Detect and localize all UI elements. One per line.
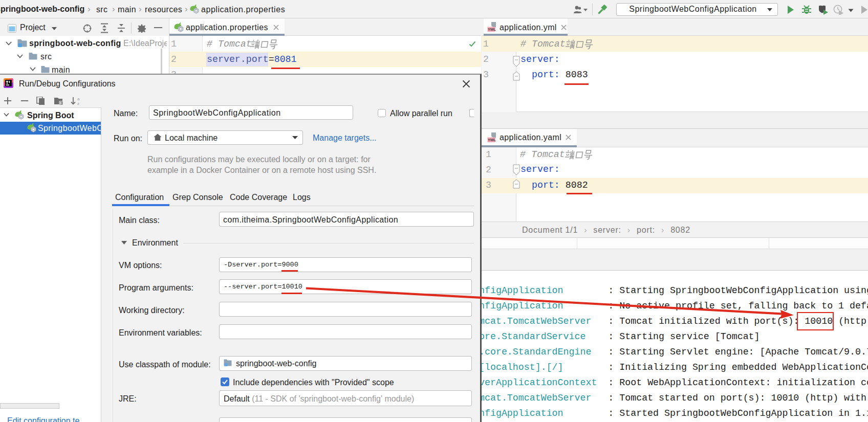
svg-text:YML: YML [488, 138, 496, 142]
svg-text:YML: YML [488, 27, 496, 32]
svg-text:z: z [77, 101, 79, 105]
svg-text:a: a [77, 97, 80, 101]
